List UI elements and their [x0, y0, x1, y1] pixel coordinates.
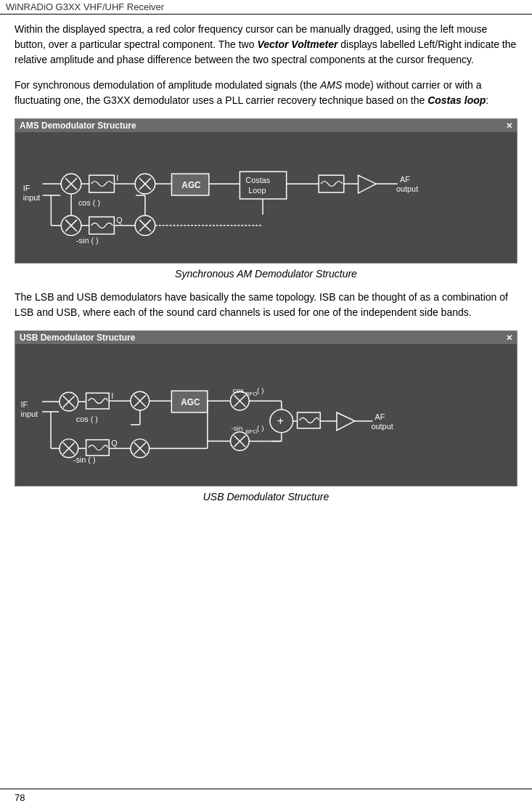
- svg-text:+: +: [277, 415, 284, 427]
- svg-text:IF: IF: [21, 400, 28, 409]
- svg-text:I: I: [116, 174, 118, 182]
- footer: 78: [0, 789, 532, 806]
- svg-text:AGC: AGC: [181, 397, 200, 407]
- page-number: 78: [15, 792, 25, 803]
- svg-text:BFO: BFO: [245, 391, 257, 397]
- svg-text:Costas: Costas: [245, 176, 270, 184]
- svg-text:AGC: AGC: [181, 180, 201, 190]
- svg-text:IF: IF: [23, 184, 30, 192]
- svg-text:input: input: [21, 410, 38, 418]
- svg-text:cos ( ): cos ( ): [76, 415, 98, 423]
- ams-diagram: AMS Demodulator Structure ✕ IF input cos…: [15, 118, 517, 264]
- svg-text:-sin ( ): -sin ( ): [76, 236, 99, 245]
- usb-diagram-titlebar: USB Demodulator Structure ✕: [15, 331, 517, 344]
- usb-diagram-svg: IF input cos ( ) I AGC: [15, 344, 517, 483]
- svg-text:( ): ( ): [257, 424, 263, 432]
- svg-text:cos ( ): cos ( ): [78, 198, 100, 207]
- svg-text:( ): ( ): [257, 386, 263, 394]
- vector-voltmeter-label: Vector Voltmeter: [257, 38, 337, 50]
- svg-text:-sin: -sin: [232, 424, 243, 432]
- ams-diagram-titlebar: AMS Demodulator Structure ✕: [15, 119, 517, 132]
- main-content: Within the displayed spectra, a red colo…: [0, 15, 532, 527]
- usb-diagram-caption: USB Demodulator Structure: [15, 491, 517, 502]
- svg-text:AF: AF: [375, 412, 385, 421]
- paragraph-2: For synchronous demodulation of amplitud…: [15, 78, 517, 108]
- svg-text:AF: AF: [400, 175, 410, 184]
- header-title: WiNRADiO G3XX VHF/UHF Receiver: [6, 1, 164, 12]
- svg-text:Loop: Loop: [248, 186, 266, 195]
- svg-text:output: output: [371, 422, 393, 431]
- header-bar: WiNRADiO G3XX VHF/UHF Receiver: [0, 0, 532, 15]
- ams-diagram-caption: Synchronous AM Demodulator Structure: [15, 268, 517, 280]
- svg-text:output: output: [396, 184, 418, 193]
- usb-diagram-title: USB Demodulator Structure: [20, 333, 135, 343]
- svg-text:BFO: BFO: [245, 428, 257, 435]
- ams-label: AMS: [320, 79, 342, 91]
- usb-diagram: USB Demodulator Structure ✕ IF input cos…: [15, 330, 517, 487]
- ams-diagram-svg: IF input cos ( ) I: [15, 132, 517, 260]
- svg-text:Q: Q: [111, 439, 117, 447]
- paragraph-1: Within the displayed spectra, a red colo…: [15, 22, 517, 68]
- svg-text:input: input: [23, 193, 41, 202]
- svg-text:-sin ( ): -sin ( ): [73, 455, 96, 464]
- ams-close-icon[interactable]: ✕: [506, 121, 512, 131]
- paragraph-3: The LSB and USB demodulators have basica…: [15, 290, 517, 320]
- usb-close-icon[interactable]: ✕: [506, 333, 512, 343]
- svg-text:I: I: [111, 391, 113, 400]
- svg-text:Q: Q: [116, 216, 122, 224]
- costas-loop-label: Costas loop: [427, 94, 486, 106]
- ams-diagram-title: AMS Demodulator Structure: [20, 121, 136, 131]
